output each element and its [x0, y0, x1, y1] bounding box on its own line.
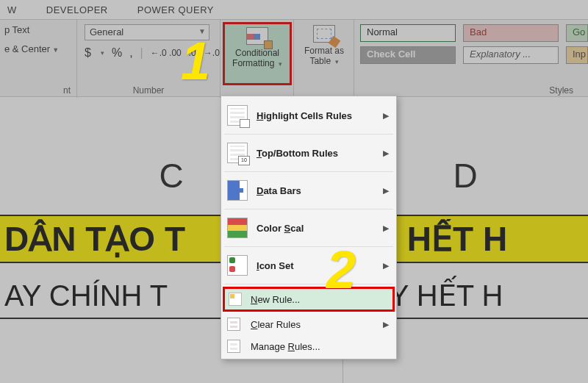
menu-top-bottom-rules[interactable]: Top/Bottom Rules ▶ [221, 137, 396, 169]
style-explanatory[interactable]: Explanatory ... [463, 46, 559, 64]
comma-button[interactable]: , [129, 46, 132, 60]
manage-rules-icon [227, 340, 240, 353]
format-as-table-icon [313, 25, 335, 43]
clear-rules-icon [227, 318, 240, 331]
chevron-right-icon: ▶ [383, 148, 389, 158]
chevron-right-icon: ▶ [383, 261, 389, 271]
currency-button[interactable]: $ [85, 46, 91, 60]
menu-new-rule[interactable]: New Rule... [223, 287, 395, 312]
chevron-right-icon: ▶ [383, 223, 389, 233]
group-alignment: p Text e & Center▼ nt [0, 20, 77, 98]
wrap-text-button[interactable]: p Text [4, 24, 29, 35]
tab-view[interactable]: W [7, 4, 17, 15]
menu-icon-sets[interactable]: Icon Set ▶ [221, 249, 396, 282]
group-styles: Normal Bad Go Check Cell Explanatory ...… [354, 20, 588, 98]
group-conditional-formatting: Conditional Formatting ▾ [220, 20, 294, 98]
data-bars-icon [227, 180, 248, 201]
group-format-as-table: Format as Table ▾ [294, 20, 354, 98]
chevron-down-icon[interactable]: ▼ [52, 46, 59, 54]
menu-manage-rules[interactable]: Manage Rules... [221, 335, 396, 357]
group-label-styles: Styles [354, 85, 588, 96]
icon-sets-icon [227, 255, 248, 276]
ribbon: p Text e & Center▼ nt General ▼ $▾ % , |… [0, 19, 588, 97]
chevron-down-icon: ▾ [276, 60, 282, 68]
menu-color-scales[interactable]: Color Scal ▶ [221, 212, 396, 244]
style-good[interactable]: Go [566, 24, 588, 42]
conditional-formatting-icon [246, 27, 268, 45]
ribbon-tabs: W DEVELOPER POWER QUERY [0, 0, 588, 19]
merge-center-button[interactable]: e & Center▼ [4, 43, 59, 54]
conditional-formatting-button[interactable]: Conditional Formatting ▾ [223, 22, 292, 85]
menu-clear-rules[interactable]: Clear Rules ▶ [221, 313, 396, 335]
style-bad[interactable]: Bad [463, 24, 559, 42]
style-check-cell[interactable]: Check Cell [360, 46, 456, 64]
annotation-step-1: 1 [181, 31, 210, 91]
menu-data-bars[interactable]: Data Bars ▶ [221, 174, 396, 207]
increase-decimal-button[interactable]: ←.0 .00 [151, 48, 182, 58]
annotation-step-2: 2 [326, 240, 356, 300]
percent-button[interactable]: % [112, 46, 122, 60]
format-as-table-button[interactable]: Format as Table ▾ [298, 22, 350, 85]
menu-highlight-cells-rules[interactable]: HHighlight Cells Rulesighlight Cells Rul… [221, 99, 396, 132]
highlight-cells-icon [227, 105, 248, 126]
chevron-down-icon: ▾ [333, 58, 339, 65]
tab-power-query[interactable]: POWER QUERY [137, 4, 214, 15]
style-input[interactable]: Inp [566, 46, 588, 64]
group-label-alignment: nt [0, 85, 76, 96]
style-normal[interactable]: Normal [360, 24, 456, 42]
chevron-right-icon: ▶ [383, 320, 389, 329]
tab-developer[interactable]: DEVELOPER [46, 4, 108, 15]
top-bottom-icon [227, 143, 248, 163]
chevron-right-icon: ▶ [383, 111, 389, 121]
conditional-formatting-menu: HHighlight Cells Rulesighlight Cells Rul… [220, 96, 397, 359]
new-rule-icon [229, 293, 242, 306]
chevron-right-icon: ▶ [383, 186, 389, 196]
chevron-down-icon[interactable]: ▾ [101, 49, 104, 57]
color-scales-icon [227, 218, 248, 238]
